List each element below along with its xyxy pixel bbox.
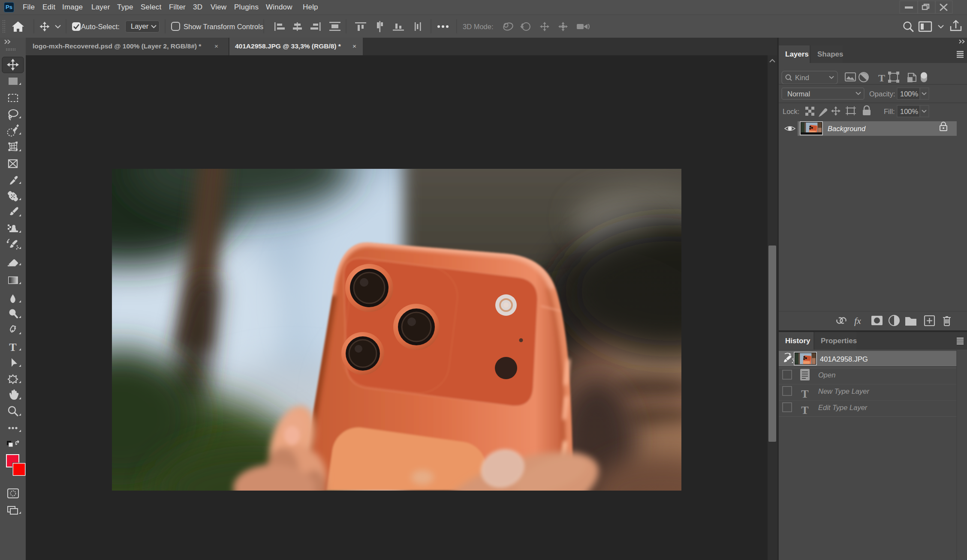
svg-text:100%: 100% (900, 90, 919, 98)
svg-text:Show Transform Controls: Show Transform Controls (184, 23, 263, 30)
svg-text:Auto-Select:: Auto-Select: (81, 23, 120, 30)
svg-text:Open: Open (818, 371, 835, 379)
svg-text:Fill:: Fill: (884, 108, 895, 115)
svg-text:Lock:: Lock: (783, 108, 799, 115)
svg-text:Normal: Normal (787, 90, 810, 98)
svg-text:100%: 100% (900, 108, 919, 115)
svg-text:fx: fx (854, 315, 861, 326)
svg-text:Background: Background (828, 125, 866, 132)
svg-text:Kind: Kind (795, 74, 809, 81)
svg-text:T: T (801, 388, 808, 400)
svg-text:Layer: Layer (131, 22, 149, 30)
svg-text:Edit Type Layer: Edit Type Layer (818, 404, 868, 411)
svg-text:3D Mode:: 3D Mode: (463, 23, 494, 30)
svg-text:T: T (9, 341, 16, 353)
svg-text:T: T (878, 72, 885, 84)
svg-text:T: T (801, 404, 808, 416)
svg-text:Opacity:: Opacity: (869, 90, 895, 98)
svg-text:401A2958.JPG: 401A2958.JPG (820, 355, 868, 363)
svg-text:New Type Layer: New Type Layer (818, 387, 870, 395)
